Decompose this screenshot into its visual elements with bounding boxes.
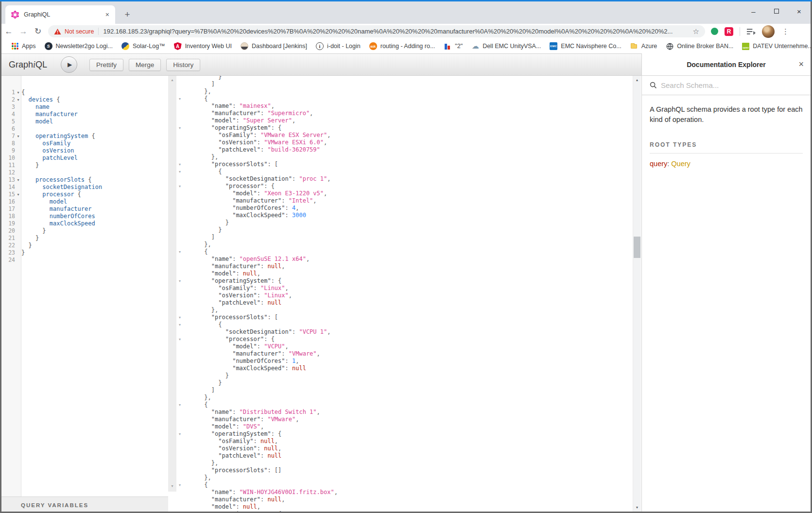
scroll-down-icon[interactable]: ▼ [633,503,641,512]
graphql-favicon-icon [11,11,19,18]
scroll-up-icon[interactable]: ▲ [168,77,176,84]
bookmark-item[interactable]: Azure [626,41,662,51]
code-text: numberOfCores [21,213,95,220]
result-line: ▾ "operatingSystem": { [176,430,338,438]
editor-scrollbar[interactable]: ▲ ▼ [168,76,176,492]
bookmark-item[interactable]: askrouting - Adding ro... [365,41,440,51]
result-line: "manufacturer": null, [176,496,338,503]
fold-arrow-icon[interactable]: ▾ [176,168,183,175]
fold-arrow-icon [176,256,183,263]
line-number: 2 [1,96,15,103]
query-editor-lines[interactable]: 1▾{2▾ devices {3 name4 manufacturer5 mod… [1,89,168,264]
browser-menu-icon[interactable]: ⋮ [781,27,794,36]
fold-arrow-icon[interactable]: ▾ [15,133,21,140]
maximize-button[interactable] [765,1,788,21]
profile-avatar[interactable] [762,25,775,38]
fold-arrow-icon [15,256,21,264]
line-number: 9 [1,147,15,154]
bookmark-item[interactable]: ☁Dell EMC UnityVSA... [467,41,545,51]
result-text: "model": "Super Server", [183,117,295,124]
fold-arrow-icon[interactable]: ▾ [176,248,183,256]
fold-arrow-icon [176,175,183,183]
scrollbar-thumb[interactable] [634,237,640,258]
result-line: "manufacturer": null, [176,263,338,270]
reload-icon[interactable]: ↻ [31,26,45,36]
bookmark-item[interactable]: Online Broker BAN... [661,41,738,51]
editor-line: 9 osVersion [1,147,168,154]
prettify-button[interactable]: Prettify [89,59,123,71]
fold-arrow-icon [176,387,183,394]
fold-arrow-icon[interactable]: ▾ [176,95,183,103]
back-icon[interactable]: ← [1,27,16,36]
green-extension-icon[interactable] [711,28,718,35]
result-text: "manufacturer": "Intel", [183,197,317,205]
scroll-up-icon[interactable]: ▲ [633,76,641,84]
fold-arrow-icon [176,76,183,81]
new-tab-button[interactable]: + [121,8,134,21]
query-variables-bar[interactable]: QUERY VARIABLES [1,496,168,512]
fold-arrow-icon[interactable]: ▾ [15,96,21,103]
forward-icon[interactable]: → [16,27,31,36]
result-line: "osFamily": "Linux", [176,285,338,292]
result-scrollbar[interactable]: ▲ ▼ [633,76,641,512]
result-text: ] [183,234,215,241]
r-extension-icon[interactable]: R [725,27,733,36]
bookmark-star-icon[interactable]: ☆ [693,27,699,36]
result-lines: } ] },▾ { "name": "mainesx", "manufactur… [176,76,338,512]
bookmark-item[interactable]: "2" [439,41,467,51]
fold-arrow-icon[interactable]: ▾ [15,89,21,96]
fold-arrow-icon[interactable]: ▾ [176,401,183,409]
fold-arrow-icon[interactable]: ▾ [15,176,21,184]
result-line: "patchLevel": "build-3620759" [176,146,338,154]
doc-explorer-body: A GraphQL schema provides a root type fo… [642,95,811,177]
result-line: }, [176,474,338,481]
fold-arrow-icon[interactable]: ▾ [176,430,183,438]
bookmark-item[interactable]: Solar-Log™ [117,41,170,51]
history-button[interactable]: History [166,59,200,71]
url-text[interactable]: 192.168.185.23/graphiql?query=%7B%0A%20%… [103,28,689,35]
bookmark-item[interactable]: DATEVDATEV Unternehme... [738,41,812,51]
bookmark-item[interactable]: Dashboard [Jenkins] [236,41,311,51]
scroll-down-icon[interactable]: ▼ [168,483,176,490]
fold-arrow-icon[interactable]: ▾ [176,161,183,168]
result-text: "name": "WIN-HOYJG46V0OI.fritz.box", [183,489,338,496]
fold-arrow-icon[interactable]: ▾ [176,336,183,343]
result-line: "patchLevel": null [176,452,338,460]
minimize-button[interactable]: – [742,1,765,21]
bookmark-item[interactable]: AInventory Web UI [170,41,236,51]
fold-arrow-icon[interactable]: ▾ [176,511,183,512]
fold-arrow-icon[interactable]: ▾ [176,321,183,328]
bookmark-item[interactable]: EMCEMC Navisphere Co... [545,41,625,51]
bookmark-item[interactable]: Apps [7,41,40,51]
query-type-link[interactable]: Query [671,160,691,168]
not-secure-label[interactable]: Not secure [65,28,94,35]
fold-arrow-icon[interactable]: ▾ [176,277,183,285]
flag-icon [444,42,451,50]
address-bar[interactable]: Not secure 192.168.185.23/graphiql?query… [48,25,705,37]
cloud-icon: ☁ [471,42,479,50]
bookmark-item[interactable]: ii-doit - Login [311,41,365,51]
bookmark-item[interactable]: SNewsletter2go Logi... [40,41,117,51]
fold-arrow-icon[interactable]: ▾ [176,124,183,132]
fold-arrow-icon [15,235,21,242]
result-line: } [176,76,338,81]
result-text: { [183,401,208,409]
browser-tab[interactable]: GraphiQL × [5,5,115,24]
close-window-button[interactable]: × [788,1,811,21]
result-text: "name": "Distributed Switch 1", [183,409,320,416]
merge-button[interactable]: Merge [129,59,161,71]
fold-arrow-icon[interactable]: ▾ [176,183,183,190]
result-text: "patchLevel": "build-3620759" [183,146,320,154]
result-text: } [183,219,229,226]
result-pane[interactable]: } ] },▾ { "name": "mainesx", "manufactur… [176,76,633,512]
schema-search-input[interactable] [661,81,782,89]
fold-arrow-icon[interactable]: ▾ [176,314,183,321]
fold-arrow-icon [15,249,21,256]
tab-close-icon[interactable]: × [104,11,111,18]
execute-query-button[interactable]: ▶ [61,56,77,73]
fold-arrow-icon[interactable]: ▾ [15,191,21,198]
result-line: "manufacturer": "Supermicro", [176,110,338,117]
playlist-icon[interactable] [746,28,756,35]
doc-close-icon[interactable]: × [798,59,804,69]
fold-arrow-icon[interactable]: ▾ [176,481,183,489]
